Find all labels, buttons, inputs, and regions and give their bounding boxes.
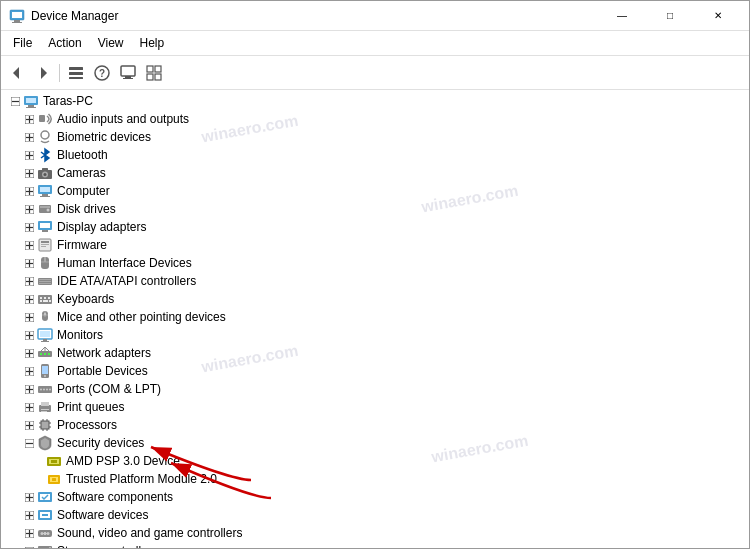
svg-rect-13 xyxy=(123,78,133,79)
svg-rect-62 xyxy=(40,223,50,228)
tree-item[interactable]: Display adapters xyxy=(1,218,749,236)
expand-btn[interactable] xyxy=(21,237,37,253)
tree-item[interactable]: Cameras xyxy=(1,164,749,182)
item-label: Software components xyxy=(57,490,173,504)
item-icon xyxy=(37,237,53,253)
toolbar-btn-help[interactable]: ? xyxy=(90,61,114,85)
item-label: Biometric devices xyxy=(57,130,151,144)
svg-point-100 xyxy=(44,313,46,316)
tree-item[interactable]: Sound, video and game controllers xyxy=(1,524,749,542)
tree-item[interactable]: Ports (COM & LPT) xyxy=(1,380,749,398)
expand-btn[interactable] xyxy=(21,381,37,397)
tree-item[interactable]: Portable Devices xyxy=(1,362,749,380)
expand-btn[interactable] xyxy=(21,309,37,325)
expand-btn[interactable] xyxy=(21,129,37,145)
expand-btn[interactable] xyxy=(21,417,37,433)
svg-rect-69 xyxy=(41,244,49,245)
tree-panel[interactable]: winaero.com winaero.com winaero.com wina… xyxy=(1,90,749,548)
expand-btn[interactable] xyxy=(21,219,37,235)
maximize-button[interactable]: □ xyxy=(647,1,693,31)
item-label: Audio inputs and outputs xyxy=(57,112,189,126)
svg-rect-11 xyxy=(121,66,135,76)
close-button[interactable]: ✕ xyxy=(695,1,741,31)
expand-btn[interactable] xyxy=(21,111,37,127)
tree-item[interactable]: IDE ATA/ATAPI controllers xyxy=(1,272,749,290)
expand-btn[interactable] xyxy=(21,165,37,181)
item-label: Monitors xyxy=(57,328,103,342)
back-button[interactable] xyxy=(5,61,29,85)
tree-root[interactable]: Taras-PC xyxy=(1,92,749,110)
toolbar-btn-list[interactable] xyxy=(64,61,88,85)
tree-item[interactable]: Keyboards xyxy=(1,290,749,308)
menu-view[interactable]: View xyxy=(90,33,132,53)
toolbar-btn-grid[interactable] xyxy=(142,61,166,85)
expand-btn[interactable] xyxy=(21,183,37,199)
tree-item[interactable]: Print queues xyxy=(1,398,749,416)
tree-item[interactable]: Computer xyxy=(1,182,749,200)
expand-btn[interactable] xyxy=(21,399,37,415)
item-icon xyxy=(37,309,53,325)
forward-button[interactable] xyxy=(31,61,55,85)
svg-rect-6 xyxy=(69,67,83,70)
svg-rect-63 xyxy=(42,230,48,232)
tree-item[interactable]: Monitors xyxy=(1,326,749,344)
expand-btn[interactable] xyxy=(21,507,37,523)
tree-item[interactable]: AMD PSP 3.0 Device xyxy=(1,452,749,470)
expand-root[interactable] xyxy=(7,93,23,109)
title-bar-text: Device Manager xyxy=(31,9,599,23)
item-label: Ports (COM & LPT) xyxy=(57,382,161,396)
svg-rect-152 xyxy=(51,460,57,463)
expand-btn[interactable] xyxy=(21,489,37,505)
tree-item[interactable]: Audio inputs and outputs xyxy=(1,110,749,128)
tree-item[interactable]: Firmware xyxy=(1,236,749,254)
svg-rect-68 xyxy=(41,241,49,243)
menu-file[interactable]: File xyxy=(5,33,40,53)
expand-btn[interactable] xyxy=(21,327,37,343)
tree-item[interactable]: Human Interface Devices xyxy=(1,254,749,272)
svg-rect-93 xyxy=(49,300,51,302)
expand-btn[interactable] xyxy=(21,255,37,271)
svg-rect-3 xyxy=(12,22,22,23)
menu-help[interactable]: Help xyxy=(132,33,173,53)
menu-action[interactable]: Action xyxy=(40,33,89,53)
item-label: Cameras xyxy=(57,166,106,180)
svg-rect-105 xyxy=(40,331,50,337)
tree-item[interactable]: Bluetooth xyxy=(1,146,749,164)
item-label: Keyboards xyxy=(57,292,114,306)
tree-item[interactable]: Processors xyxy=(1,416,749,434)
minimize-button[interactable]: — xyxy=(599,1,645,31)
expand-btn[interactable] xyxy=(21,147,37,163)
item-icon xyxy=(46,471,62,487)
tree-item[interactable]: Network adapters xyxy=(1,344,749,362)
svg-rect-22 xyxy=(28,105,34,107)
expand-btn[interactable] xyxy=(21,525,37,541)
expand-btn[interactable] xyxy=(21,345,37,361)
tree-item[interactable]: Security devices xyxy=(1,434,749,452)
item-label: Processors xyxy=(57,418,117,432)
item-icon xyxy=(46,453,62,469)
expand-btn[interactable] xyxy=(21,201,37,217)
item-label: Computer xyxy=(57,184,110,198)
svg-rect-83 xyxy=(39,283,51,284)
tree-item[interactable]: Software components xyxy=(1,488,749,506)
toolbar-btn-monitor[interactable] xyxy=(116,61,140,85)
expand-btn[interactable] xyxy=(21,435,37,451)
tree-item[interactable]: Software devices xyxy=(1,506,749,524)
svg-point-31 xyxy=(41,131,49,139)
tree-item[interactable]: Disk drives xyxy=(1,200,749,218)
title-bar: Device Manager — □ ✕ xyxy=(1,1,749,31)
item-icon xyxy=(37,381,53,397)
item-icon xyxy=(37,489,53,505)
tree-item[interactable]: Storage controllers xyxy=(1,542,749,548)
svg-marker-4 xyxy=(13,67,19,79)
item-icon xyxy=(37,201,53,217)
item-icon xyxy=(37,363,53,379)
item-label: Mice and other pointing devices xyxy=(57,310,226,324)
expand-btn[interactable] xyxy=(21,543,37,548)
tree-item[interactable]: Trusted Platform Module 2.0 xyxy=(1,470,749,488)
expand-btn[interactable] xyxy=(21,363,37,379)
tree-item[interactable]: Biometric devices xyxy=(1,128,749,146)
expand-btn[interactable] xyxy=(21,273,37,289)
tree-item[interactable]: Mice and other pointing devices xyxy=(1,308,749,326)
expand-btn[interactable] xyxy=(21,291,37,307)
